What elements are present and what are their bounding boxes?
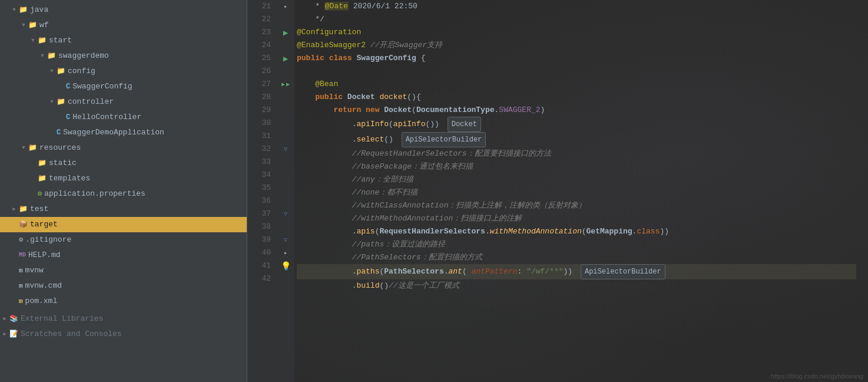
class-kw2: class [637,227,660,236]
md-icon: MD [19,249,26,262]
tree-item-swaggerdemo[interactable]: ▼ 📁 swaggerdemo [0,48,247,64]
tree-item-scratches[interactable]: ▶ 📝 Scratches and Consoles [0,327,247,342]
tree-item-test[interactable]: ▶ 📁 test [0,202,247,217]
tree-item-templates[interactable]: 📁 templates [0,171,247,186]
code-line-33: //basePackage：通过包名来扫描 [297,160,856,173]
fold-icon-32[interactable]: ▽ [284,146,287,153]
docket-hint: Docket [448,117,481,132]
code-text: )) [564,267,577,276]
code-line-24: @EnableSwagger2 //开启Swagger支持 [297,39,856,52]
line-num-38: 38 [247,220,271,233]
run-icon-27b[interactable]: ▶ [286,81,290,88]
code-text [297,267,352,276]
code-text [297,281,352,290]
gutter-38 [277,220,294,233]
tree-item-swaggerdemoapplication[interactable]: C SwaggerDemoApplication [0,125,247,140]
comment-32: //RequestHandlerSelectors：配置要扫描接口的方法 [297,149,551,158]
configuration-annotation: @Configuration [297,28,361,37]
run-icon-23[interactable]: ▶ [283,28,288,38]
folder-icon-resources: 📁 [28,141,37,154]
mvnw-icon: m [19,264,23,277]
tree-item-external-libraries[interactable]: ▶ 📚 External Libraries [0,311,247,327]
arrow-test: ▶ [9,203,19,216]
tree-item-java[interactable]: ▼ 📁 java [0,2,247,18]
class-kw: class [329,54,352,62]
watermark-text: https://blog.csdn.net/gyhdxwang [771,373,863,380]
gutter-24 [277,39,294,52]
fold-icon-37[interactable]: ▽ [284,210,287,218]
scratches-icon: 📝 [9,328,18,341]
tree-item-start[interactable]: ▼ 📁 start [0,33,247,48]
line-num-36: 36 [247,195,271,208]
lightbulb-icon-41[interactable]: 💡 [281,261,291,271]
code-text [297,135,352,144]
gutter-22 [277,13,294,26]
code-line-39: //paths：设置过滤的路径 [297,238,856,251]
tree-item-helpmd[interactable]: MD HELP.md [0,248,247,263]
arrow-resources: ▼ [19,141,28,154]
line-num-22: 22 [247,13,271,26]
tree-item-controller[interactable]: ▼ 📁 controller [0,94,247,110]
tree-item-gitignore[interactable]: ⚙ .gitignore [0,232,247,248]
code-line-35: //none：都不扫描 [297,186,856,199]
label-test: test [30,203,48,216]
code-line-37: //withMethodAnnotation：扫描接口上的注解 [297,212,856,225]
file-tree: ▼ 📁 java ▼ 📁 wf ▼ 📁 start ▼ 📁 swaggerdem… [0,0,247,382]
code-content[interactable]: 21 22 23 24 25 26 27 28 29 30 31 32 33 3… [247,0,868,382]
code-text: () [379,281,389,290]
fold-icon-39[interactable]: ▽ [284,236,287,243]
enable-comment: //开启Swagger支持 [366,41,442,50]
pathselectors-classname: PathSelectors [384,267,443,276]
label-resources: resources [39,141,81,154]
gutter-28 [277,91,294,104]
code-line-38: .apis(RequestHandlerSelectors.withMethod… [297,225,856,238]
tree-item-appprops[interactable]: ⚙ application.properties [0,186,247,202]
label-static: static [49,157,77,170]
target-icon: 📦 [19,218,28,231]
folder-icon-swaggerdemo: 📁 [47,50,56,62]
line-num-26: 26 [247,65,271,78]
code-lines[interactable]: * @Date 2020/6/1 22:50 */ @Configuration… [294,0,868,382]
apiselectorbuilder-hint: ApiSelectorBuilder [402,132,486,147]
arrow-swaggerdemo: ▼ [38,50,47,62]
run-icon-25[interactable]: ▶ [283,54,288,64]
tree-item-resources[interactable]: ▼ 📁 resources [0,140,247,156]
label-gitignore: .gitignore [25,233,71,246]
gutter-40: ▸ [277,246,294,259]
gutter-32: ▽ [277,143,294,156]
java-icon-swaggerdemoapplication: C [57,126,61,139]
tree-item-target[interactable]: 📦 target [0,217,247,232]
tree-item-wf[interactable]: ▼ 📁 wf [0,18,247,33]
tree-item-static[interactable]: 📁 static [0,156,247,171]
ant-string-value: "/wf/**" [526,267,563,276]
paths-method: paths [356,267,379,276]
code-line-40: //PathSelectors：配置扫描的方式 [297,251,856,264]
code-line-30: .apiInfo(apiInfo()) Docket [297,117,856,132]
gutter-25: ▶ [277,52,294,65]
label-swaggerdemo: swaggerdemo [58,50,109,62]
code-text: ( [412,106,416,114]
label-appprops: application.properties [44,187,145,200]
comment-39: //paths：设置过滤的路径 [297,240,445,249]
tree-item-mvnw[interactable]: m mvnw [0,263,247,278]
reqhandler-classname: RequestHandlerSelectors [379,227,485,236]
apiselectorbuilder-hint2: ApiSelectorBuilder [581,264,665,279]
withmethodannotation-method: withMethodAnnotation [490,227,582,236]
xml-icon-pom: m [19,295,23,308]
docket-classname2: Docket [384,106,412,114]
tree-item-mvnwcmd[interactable]: m mvnw.cmd [0,278,247,294]
code-text: ()) [425,120,443,129]
code-line-41: .paths(PathSelectors.ant( antPattern: "/… [297,264,856,279]
arrow-scratches: ▶ [0,328,9,341]
tree-item-hellocontroller[interactable]: C HelloController [0,110,247,125]
label-mvnw: mvnw [25,264,44,277]
tree-item-config[interactable]: ▼ 📁 config [0,64,247,79]
run-icon-27a[interactable]: ▶ [281,81,285,88]
tree-item-swaggerconfig[interactable]: C SwaggerConfig [0,79,247,94]
line-num-30: 30 [247,117,271,130]
gutter-33 [277,156,294,169]
code-text: ( [462,267,472,276]
tree-item-pomxml[interactable]: m pom.xml [0,294,247,309]
code-text [297,120,352,129]
code-text: * [297,2,324,11]
